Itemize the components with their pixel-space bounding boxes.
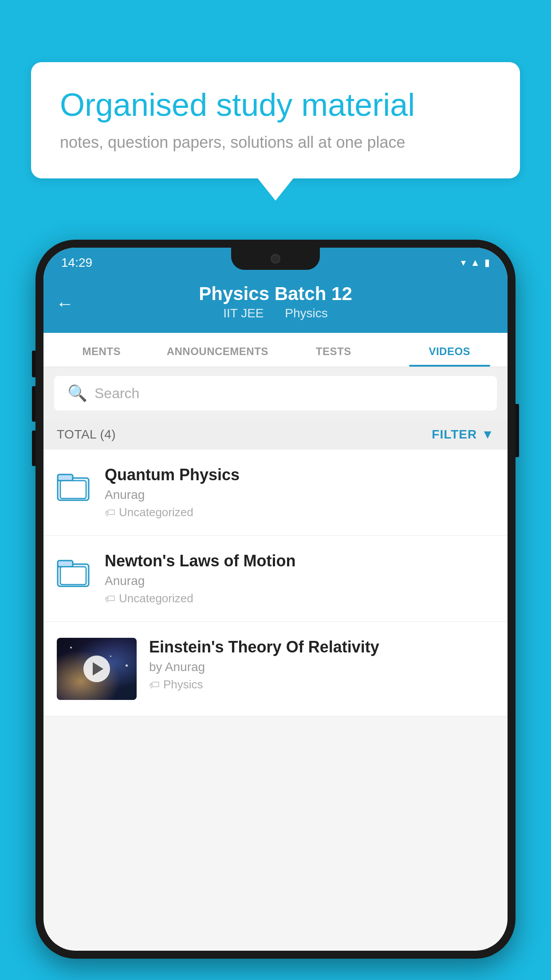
- search-placeholder: Search: [94, 385, 139, 402]
- tag-icon: 🏷: [149, 679, 160, 691]
- status-time: 14:29: [61, 256, 92, 270]
- speech-bubble-subtitle: notes, question papers, solutions all at…: [60, 133, 491, 152]
- phone-outer-shell: 14:29 ▾ ▲ ▮ ← Physics Batch 12 IIT JEE P…: [35, 240, 516, 959]
- header-subtitle-physics: Physics: [285, 306, 327, 320]
- tabs-bar: MENTS ANNOUNCEMENTS TESTS VIDEOS: [43, 333, 508, 367]
- phone-screen: 14:29 ▾ ▲ ▮ ← Physics Batch 12 IIT JEE P…: [43, 248, 508, 951]
- phone-button-vol-down: [32, 386, 35, 422]
- header-subtitle-iit: IIT JEE: [223, 306, 264, 320]
- folder-icon: [57, 554, 92, 590]
- search-container: 🔍 Search: [43, 367, 508, 419]
- filter-button[interactable]: FILTER ▼: [432, 427, 494, 442]
- svg-rect-4: [58, 561, 73, 567]
- speech-bubble-card: Organised study material notes, question…: [31, 62, 520, 178]
- list-item-tag: 🏷 Physics: [149, 678, 494, 692]
- star-decoration: [126, 664, 128, 667]
- tag-icon: 🏷: [105, 593, 115, 605]
- tag-label: Uncategorized: [119, 506, 193, 519]
- star-decoration: [110, 656, 111, 657]
- tag-label: Physics: [163, 678, 203, 692]
- tab-tests[interactable]: TESTS: [276, 333, 392, 367]
- header-title: Physics Batch 12: [57, 283, 494, 304]
- phone-button-power: [516, 404, 519, 457]
- star-decoration: [70, 647, 72, 648]
- phone-button-vol-up: [32, 351, 35, 377]
- search-icon: 🔍: [67, 384, 87, 403]
- speech-bubble-title: Organised study material: [60, 87, 491, 123]
- list-item[interactable]: Quantum Physics Anurag 🏷 Uncategorized: [43, 450, 508, 536]
- filter-label: FILTER: [432, 427, 477, 442]
- speech-bubble-section: Organised study material notes, question…: [31, 62, 520, 201]
- wifi-icon: ▾: [461, 257, 466, 269]
- tab-ments[interactable]: MENTS: [43, 333, 160, 367]
- list-item-title: Newton's Laws of Motion: [105, 552, 494, 570]
- phone-notch: [231, 248, 320, 270]
- list-item-title: Einstein's Theory Of Relativity: [149, 638, 494, 656]
- list-item-info: Einstein's Theory Of Relativity by Anura…: [149, 638, 494, 692]
- speech-bubble-arrow: [258, 178, 293, 201]
- tag-label: Uncategorized: [119, 592, 193, 605]
- list-item-author: Anurag: [105, 574, 494, 588]
- filter-funnel-icon: ▼: [481, 427, 494, 442]
- phone-mockup: 14:29 ▾ ▲ ▮ ← Physics Batch 12 IIT JEE P…: [35, 240, 516, 980]
- svg-rect-5: [60, 567, 86, 585]
- filter-bar: TOTAL (4) FILTER ▼: [43, 419, 508, 450]
- header-subtitle: IIT JEE Physics: [57, 306, 494, 320]
- back-button[interactable]: ←: [56, 294, 74, 314]
- signal-icon: ▲: [470, 257, 480, 269]
- phone-camera: [271, 254, 280, 264]
- list-item-author: by Anurag: [149, 660, 494, 674]
- play-button[interactable]: [83, 656, 110, 682]
- list-item-info: Newton's Laws of Motion Anurag 🏷 Uncateg…: [105, 552, 494, 605]
- thumbnail-image: [57, 638, 137, 700]
- tab-videos[interactable]: VIDEOS: [392, 333, 508, 367]
- list-item-info: Quantum Physics Anurag 🏷 Uncategorized: [105, 466, 494, 519]
- search-bar[interactable]: 🔍 Search: [54, 376, 497, 411]
- list-item[interactable]: Newton's Laws of Motion Anurag 🏷 Uncateg…: [43, 536, 508, 622]
- list-item-tag: 🏷 Uncategorized: [105, 506, 494, 519]
- phone-button-vol-down-2: [32, 431, 35, 466]
- svg-rect-1: [58, 474, 73, 481]
- list-item-author: Anurag: [105, 488, 494, 502]
- list-item-title: Quantum Physics: [105, 466, 494, 484]
- app-header: ← Physics Batch 12 IIT JEE Physics: [43, 274, 508, 333]
- video-thumbnail: [57, 638, 137, 700]
- tab-announcements[interactable]: ANNOUNCEMENTS: [160, 333, 276, 367]
- total-count-label: TOTAL (4): [57, 427, 116, 442]
- list-item[interactable]: Einstein's Theory Of Relativity by Anura…: [43, 622, 508, 716]
- play-triangle-icon: [93, 662, 103, 676]
- video-list: Quantum Physics Anurag 🏷 Uncategorized: [43, 450, 508, 716]
- battery-icon: ▮: [484, 257, 490, 269]
- status-icons: ▾ ▲ ▮: [461, 257, 490, 269]
- folder-icon: [57, 468, 92, 504]
- svg-rect-2: [60, 481, 86, 498]
- list-item-tag: 🏷 Uncategorized: [105, 592, 494, 605]
- tag-icon: 🏷: [105, 506, 115, 519]
